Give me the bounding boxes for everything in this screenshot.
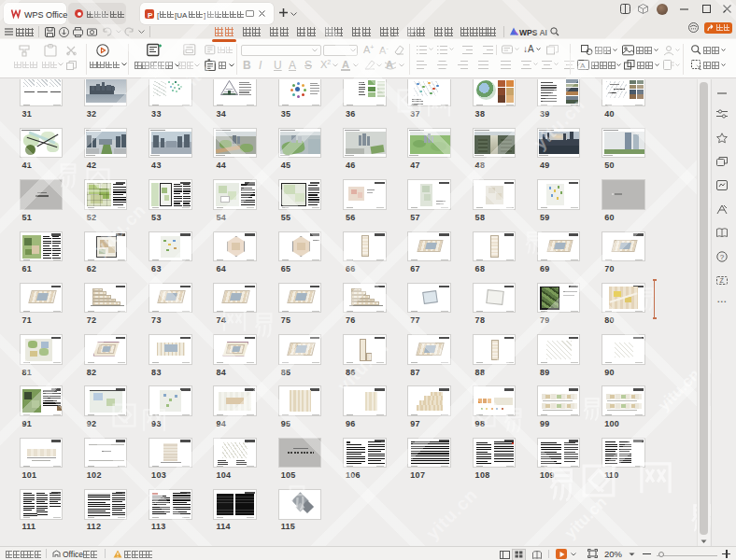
svg-text:?: ? xyxy=(720,253,725,261)
svg-text:Z: Z xyxy=(719,277,724,284)
svg-text:A: A xyxy=(580,62,586,70)
